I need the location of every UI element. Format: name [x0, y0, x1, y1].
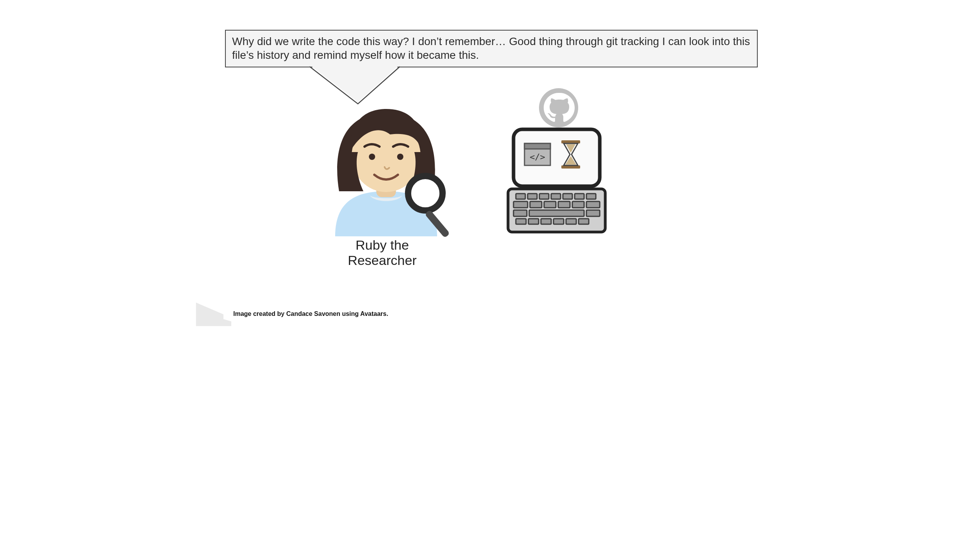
- svg-rect-24: [558, 201, 570, 208]
- svg-rect-28: [529, 210, 584, 216]
- svg-rect-16: [539, 194, 549, 199]
- svg-rect-22: [530, 201, 542, 208]
- svg-rect-29: [586, 210, 600, 216]
- svg-rect-17: [551, 194, 561, 199]
- speech-text: Why did we write the code this way? I do…: [232, 35, 750, 61]
- svg-rect-23: [544, 201, 556, 208]
- persona-avatar: [312, 74, 461, 242]
- svg-rect-18: [563, 194, 572, 199]
- svg-rect-26: [586, 201, 600, 208]
- svg-rect-14: [516, 194, 525, 199]
- svg-rect-9: [524, 143, 550, 149]
- code-window-icon: </>: [524, 143, 550, 165]
- svg-text:</>: </>: [530, 152, 545, 162]
- slide-canvas: Why did we write the code this way? I do…: [196, 0, 784, 326]
- svg-rect-34: [566, 219, 576, 224]
- svg-rect-33: [554, 219, 564, 224]
- corner-decoration: [196, 303, 231, 326]
- svg-rect-31: [528, 219, 539, 224]
- svg-rect-21: [514, 201, 528, 208]
- svg-rect-35: [579, 219, 589, 224]
- svg-rect-27: [514, 210, 527, 216]
- svg-point-3: [397, 154, 403, 160]
- laptop-icon: </>: [508, 129, 605, 232]
- svg-rect-25: [572, 201, 584, 208]
- svg-rect-19: [575, 194, 584, 199]
- svg-point-2: [369, 154, 375, 160]
- persona-caption: Ruby the Researcher: [327, 238, 437, 268]
- svg-rect-15: [528, 194, 537, 199]
- speech-bubble: Why did we write the code this way? I do…: [225, 30, 758, 67]
- image-credit: Image created by Candace Savonen using A…: [233, 310, 388, 317]
- svg-point-4: [408, 176, 443, 210]
- github-icon: [539, 88, 578, 127]
- svg-rect-30: [516, 219, 526, 224]
- workstation-illustration: </>: [506, 88, 608, 241]
- svg-rect-32: [541, 219, 551, 224]
- svg-rect-20: [586, 194, 596, 199]
